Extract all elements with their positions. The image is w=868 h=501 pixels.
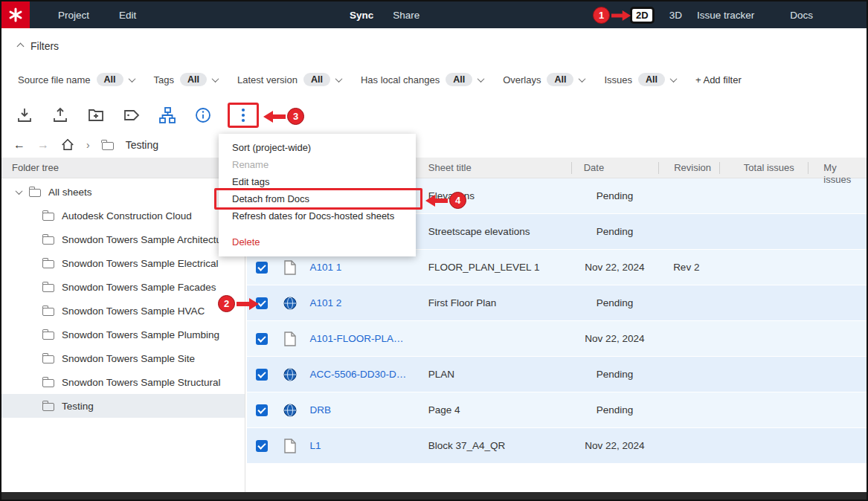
issue-tracker-button[interactable]: Issue tracker [697, 10, 754, 21]
table-row[interactable]: A101-FLOOR-PLA… Nov 22, 2024 [247, 321, 867, 357]
menu-project[interactable]: Project [58, 10, 89, 21]
tag-button[interactable] [120, 104, 143, 126]
folder-tree-header: Folder tree [1, 158, 245, 178]
sheet-title-cell: Streetscape elevations [414, 226, 571, 237]
filter-value-pill[interactable]: All [303, 73, 330, 86]
docs-button[interactable]: Docs [790, 10, 813, 21]
annotation-number: 3 [287, 108, 304, 125]
column-revision[interactable]: Revision [658, 162, 719, 174]
app-logo-icon[interactable] [1, 1, 30, 28]
column-my-issues[interactable]: My issues [808, 162, 867, 174]
filters-title: Filters [30, 40, 59, 52]
tree-item[interactable]: Snowdon Towers Sample Site [1, 346, 245, 370]
table-row[interactable]: A101 2 First Floor Plan Pending [247, 285, 867, 321]
upload-button[interactable] [49, 104, 71, 126]
chevron-down-icon[interactable] [128, 75, 135, 83]
folder-icon [42, 403, 54, 411]
folder-icon [42, 213, 54, 221]
table-row[interactable]: ACC-5506-DD30-D… PLAN Pending [247, 357, 867, 392]
tree-item-testing-selected[interactable]: Testing [1, 394, 245, 418]
share-button[interactable]: Share [393, 10, 419, 21]
upload-icon [51, 106, 69, 124]
window-bottom-edge [1, 492, 867, 500]
sync-button[interactable]: Sync [350, 10, 373, 21]
annotation-callout-2: 2 [218, 295, 259, 312]
tree-item[interactable]: Autodesk Construction Cloud [1, 204, 245, 227]
column-sheet-title[interactable]: Sheet title [414, 162, 571, 174]
filter-value-pill[interactable]: All [180, 73, 207, 86]
sheet-number-link[interactable]: DRB [310, 404, 332, 416]
view-2d-button[interactable]: 2D [630, 7, 655, 24]
row-checkbox[interactable] [256, 369, 268, 381]
tree-item-all-sheets[interactable]: All sheets [1, 180, 245, 204]
sheet-number-link[interactable]: ACC-5506-DD30-D… [310, 369, 407, 380]
filter-label: Has local changes [361, 74, 440, 85]
filter-value-pill[interactable]: All [547, 73, 573, 86]
filters-collapse-toggle[interactable]: Filters [18, 40, 59, 52]
filter-value-pill[interactable]: All [446, 73, 472, 86]
row-checkbox[interactable] [256, 333, 268, 345]
row-checkbox[interactable] [256, 262, 268, 274]
tree-item-label: Autodesk Construction Cloud [62, 210, 192, 222]
sheet-date-cell: Pending [571, 190, 658, 201]
sheet-number-link[interactable]: A101-FLOOR-PLA… [310, 333, 404, 344]
sheet-number-link[interactable]: A101 1 [310, 262, 342, 273]
expander-chevron-icon[interactable] [16, 187, 23, 195]
more-options-button[interactable] [234, 106, 252, 124]
tree-item[interactable]: Snowdon Towers Sample Architectural [1, 227, 245, 251]
table-row[interactable]: L1 Block 37_A4_QR Nov 22, 2024 [247, 428, 867, 464]
annotation-number: 4 [449, 192, 466, 209]
forward-button[interactable]: → [37, 138, 49, 152]
column-date[interactable]: Date [571, 162, 658, 174]
sheet-date-cell: Nov 22, 2024 [571, 440, 658, 451]
filter-value-pill[interactable]: All [97, 73, 123, 86]
menu-item-refresh-dates[interactable]: Refresh dates for Docs-hosted sheets [219, 207, 416, 224]
tree-item-label: Snowdon Towers Sample HVAC [62, 306, 205, 317]
row-checkbox[interactable] [256, 404, 268, 416]
view-3d-button[interactable]: 3D [669, 10, 682, 21]
menu-item-delete[interactable]: Delete [219, 233, 416, 250]
tree-item[interactable]: Snowdon Towers Sample Structural [1, 370, 245, 394]
info-button[interactable] [192, 104, 214, 126]
sheet-title-cell: Block 37_A4_QR [414, 440, 571, 451]
filter-source-file-name[interactable]: Source file name All [18, 73, 135, 86]
filter-value-pill[interactable]: All [638, 73, 665, 86]
tree-item[interactable]: Snowdon Towers Sample Plumbing [1, 323, 245, 346]
filter-has-local-changes[interactable]: Has local changes All [361, 73, 483, 86]
hierarchy-view-button[interactable] [156, 104, 179, 126]
menu-item-rename: Rename [219, 156, 416, 173]
menu-item-detach-from-docs[interactable]: Detach from Docs [219, 190, 416, 207]
add-filter-button[interactable]: + Add filter [695, 74, 742, 85]
chevron-down-icon[interactable] [670, 75, 678, 83]
sheet-number-link[interactable]: L1 [310, 440, 321, 451]
table-row[interactable]: DRB Page 4 Pending [247, 392, 867, 428]
annotation-callout-4: 4 [425, 192, 466, 209]
tree-item[interactable]: Snowdon Towers Sample HVAC [1, 299, 245, 323]
filter-issues[interactable]: Issues All [604, 73, 676, 86]
chevron-down-icon[interactable] [212, 75, 219, 83]
row-checkbox[interactable] [256, 440, 268, 452]
filter-tags[interactable]: Tags All [154, 73, 218, 86]
menu-item-sort[interactable]: Sort (project-wide) [219, 139, 416, 156]
sheet-file-icon [284, 439, 296, 453]
chevron-down-icon[interactable] [478, 75, 485, 83]
arrow-left-icon [263, 110, 286, 123]
back-button[interactable]: ← [13, 138, 25, 152]
column-total-issues[interactable]: Total issues [719, 162, 808, 174]
new-folder-button[interactable] [85, 104, 107, 126]
folder-tree-panel: Folder tree All sheets Autodesk Construc… [1, 158, 245, 492]
tree-item[interactable]: Snowdon Towers Sample Facades [1, 275, 245, 299]
breadcrumb-current-folder[interactable]: Testing [126, 139, 158, 151]
filter-label: Overlays [503, 74, 541, 85]
chevron-down-icon[interactable] [579, 75, 586, 83]
menu-edit[interactable]: Edit [119, 10, 136, 21]
filter-latest-version[interactable]: Latest version All [237, 73, 341, 86]
menu-item-edit-tags[interactable]: Edit tags [219, 173, 416, 190]
home-icon[interactable] [61, 138, 74, 152]
chevron-down-icon[interactable] [335, 75, 342, 83]
download-button[interactable] [13, 104, 36, 126]
sheet-number-link[interactable]: A101 2 [310, 297, 342, 308]
tree-item[interactable]: Snowdon Towers Sample Electrical [1, 251, 245, 275]
arrow-left-icon [425, 194, 448, 207]
filter-overlays[interactable]: Overlays All [503, 73, 585, 86]
